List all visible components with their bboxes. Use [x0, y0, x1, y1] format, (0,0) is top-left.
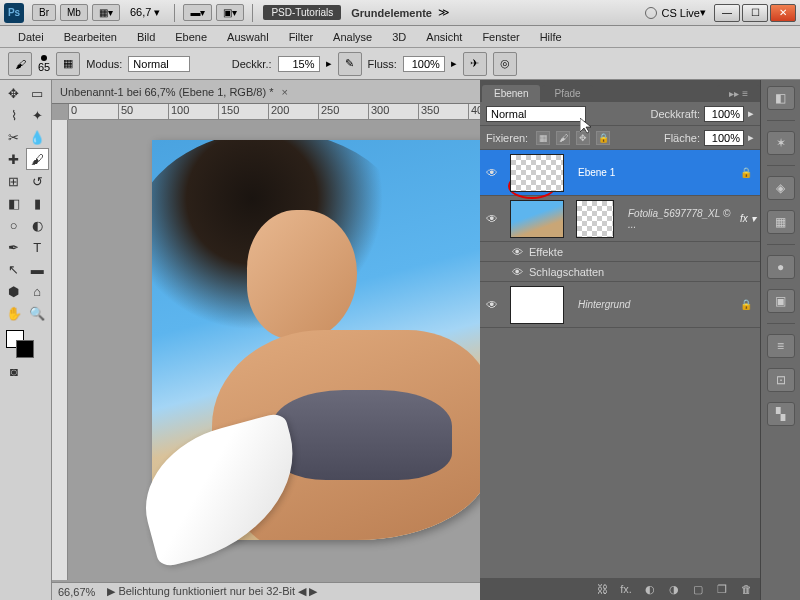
group-icon[interactable]: ▢ — [690, 582, 706, 596]
menu-3d[interactable]: 3D — [382, 29, 416, 45]
brush-panel-toggle[interactable]: ▦ — [56, 52, 80, 76]
adjustment-icon[interactable]: ◑ — [666, 582, 682, 596]
deckkraft-input[interactable]: 100% — [704, 106, 744, 122]
menu-ebene[interactable]: Ebene — [165, 29, 217, 45]
flaeche-flyout-icon[interactable]: ▸ — [748, 131, 754, 144]
dock-actions-icon[interactable]: ▣ — [767, 289, 795, 313]
workspace-grundelemente[interactable]: Grundelemente — [351, 7, 432, 19]
path-select-tool[interactable]: ↖ — [2, 258, 26, 280]
modus-select[interactable]: Normal — [128, 56, 189, 72]
layer-effect-shadow[interactable]: 👁Schlagschatten — [480, 262, 760, 282]
eraser-tool[interactable]: ◧ — [2, 192, 26, 214]
deckkr-input[interactable]: 15% — [278, 56, 320, 72]
menu-fenster[interactable]: Fenster — [472, 29, 529, 45]
color-swatches[interactable] — [2, 330, 49, 360]
deckkr-flyout-icon[interactable]: ▸ — [326, 57, 332, 70]
lock-transparency-icon[interactable]: ▦ — [536, 131, 550, 145]
menu-ansicht[interactable]: Ansicht — [416, 29, 472, 45]
layer-thumbnail[interactable] — [510, 154, 564, 192]
dock-layers-icon[interactable]: ◈ — [767, 176, 795, 200]
fx-badge[interactable]: fx ▾ — [740, 213, 760, 224]
visibility-icon[interactable]: 👁 — [512, 266, 523, 278]
brush-preset[interactable]: 65 — [38, 55, 50, 73]
dodge-tool[interactable]: ◐ — [26, 214, 50, 236]
blend-mode-select[interactable]: Normal — [486, 106, 586, 122]
layer-mask-thumbnail[interactable] — [576, 200, 614, 238]
zoom-tool[interactable]: 🔍 — [26, 302, 50, 324]
3d-camera-tool[interactable]: ⌂ — [26, 280, 50, 302]
quickmask-toggle[interactable]: ◙ — [2, 360, 26, 382]
dock-history-icon[interactable]: ● — [767, 255, 795, 279]
zoom-level[interactable]: 66,7 ▾ — [130, 6, 160, 19]
pressure-opacity-icon[interactable]: ✎ — [338, 52, 362, 76]
shape-tool[interactable]: ▬ — [26, 258, 50, 280]
layer-row[interactable]: 👁 Ebene 1 🔒 — [480, 150, 760, 196]
tab-pfade[interactable]: Pfade — [542, 85, 592, 102]
dock-adjustments-icon[interactable]: ✶ — [767, 131, 795, 155]
maximize-button[interactable]: ☐ — [742, 4, 768, 22]
dock-brush-icon[interactable]: ≡ — [767, 334, 795, 358]
lasso-tool[interactable]: ⌇ — [2, 104, 26, 126]
bridge-button[interactable]: Br — [32, 4, 56, 21]
lock-position-icon[interactable]: ✥ — [576, 131, 590, 145]
layer-effects-header[interactable]: 👁Effekte — [480, 242, 760, 262]
layer-row[interactable]: 👁 Hintergrund 🔒 — [480, 282, 760, 328]
cslive-button[interactable]: CS Live ▾ — [645, 6, 706, 19]
mask-icon[interactable]: ◐ — [642, 582, 658, 596]
tab-ebenen[interactable]: Ebenen — [482, 85, 540, 102]
layer-row[interactable]: 👁 Fotolia_5697778_XL © ... fx ▾ — [480, 196, 760, 242]
airbrush-icon[interactable]: ✈ — [463, 52, 487, 76]
layer-name[interactable]: Hintergrund — [570, 299, 740, 310]
eyedropper-tool[interactable]: 💧 — [26, 126, 50, 148]
close-button[interactable]: ✕ — [770, 4, 796, 22]
hand-tool[interactable]: ✋ — [2, 302, 26, 324]
dock-clone-icon[interactable]: ⊡ — [767, 368, 795, 392]
menu-auswahl[interactable]: Auswahl — [217, 29, 279, 45]
brush-tool-icon[interactable]: 🖌 — [8, 52, 32, 76]
deckkraft-flyout-icon[interactable]: ▸ — [748, 107, 754, 120]
menu-bild[interactable]: Bild — [127, 29, 165, 45]
arrange-button[interactable]: ▬▾ — [183, 4, 212, 21]
pressure-size-icon[interactable]: ◎ — [493, 52, 517, 76]
new-layer-icon[interactable]: ❐ — [714, 582, 730, 596]
menu-bearbeiten[interactable]: Bearbeiten — [54, 29, 127, 45]
chevron-right-icon[interactable]: ≫ — [438, 6, 450, 19]
minimize-button[interactable]: — — [714, 4, 740, 22]
visibility-icon[interactable]: 👁 — [480, 166, 504, 180]
layer-thumbnail[interactable] — [510, 200, 564, 238]
menu-datei[interactable]: Datei — [8, 29, 54, 45]
canvas[interactable] — [152, 140, 492, 540]
layer-name[interactable]: Ebene 1 — [570, 167, 740, 178]
visibility-icon[interactable]: 👁 — [480, 298, 504, 312]
layer-thumbnail[interactable] — [510, 286, 564, 324]
background-color[interactable] — [16, 340, 34, 358]
history-brush-tool[interactable]: ↺ — [26, 170, 50, 192]
dock-channels-icon[interactable]: ▦ — [767, 210, 795, 234]
heal-tool[interactable]: ✚ — [2, 148, 26, 170]
viewmode-button[interactable]: ▦▾ — [92, 4, 120, 21]
dock-swatches-icon[interactable]: ▚ — [767, 402, 795, 426]
menu-analyse[interactable]: Analyse — [323, 29, 382, 45]
status-zoom[interactable]: 66,67% — [58, 586, 95, 598]
close-tab-icon[interactable]: × — [281, 86, 287, 98]
visibility-icon[interactable]: 👁 — [480, 212, 504, 226]
screenmode-button[interactable]: ▣▾ — [216, 4, 244, 21]
lock-pixels-icon[interactable]: 🖌 — [556, 131, 570, 145]
type-tool[interactable]: T — [26, 236, 50, 258]
fluss-flyout-icon[interactable]: ▸ — [451, 57, 457, 70]
fx-icon[interactable]: fx. — [618, 582, 634, 596]
wand-tool[interactable]: ✦ — [26, 104, 50, 126]
blur-tool[interactable]: ○ — [2, 214, 26, 236]
fluss-input[interactable]: 100% — [403, 56, 445, 72]
gradient-tool[interactable]: ▮ — [26, 192, 50, 214]
menu-filter[interactable]: Filter — [279, 29, 323, 45]
delete-icon[interactable]: 🗑 — [738, 582, 754, 596]
visibility-icon[interactable]: 👁 — [512, 246, 523, 258]
3d-tool[interactable]: ⬢ — [2, 280, 26, 302]
layer-name[interactable]: Fotolia_5697778_XL © ... — [620, 208, 740, 230]
panel-menu-icon[interactable]: ▸▸ ≡ — [717, 85, 760, 102]
crop-tool[interactable]: ✂ — [2, 126, 26, 148]
brush-tool[interactable]: 🖌 — [26, 148, 50, 170]
pen-tool[interactable]: ✒ — [2, 236, 26, 258]
dock-color-icon[interactable]: ◧ — [767, 86, 795, 110]
